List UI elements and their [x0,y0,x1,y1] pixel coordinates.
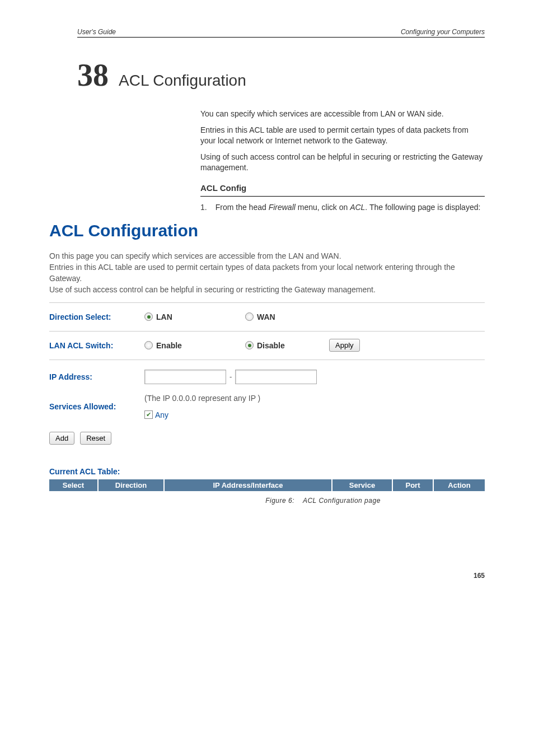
step-1: 1. From the head Firewall menu, click on… [200,202,485,213]
radio-wan-label: WAN [257,312,275,321]
chapter-number: 38 [77,57,109,93]
add-button[interactable]: Add [49,432,74,445]
page-header: User's Guide Configuring your Computers [77,28,485,38]
ip-end-input[interactable] [235,370,317,384]
header-left: User's Guide [77,28,116,36]
page-number: 165 [49,572,485,580]
reset-button[interactable]: Reset [80,432,111,445]
figure-label: Figure 6: [265,497,294,505]
header-right: Configuring your Computers [401,28,485,36]
chapter-title: ACL Configuration [119,72,246,90]
th-action: Action [434,479,485,491]
acl-intro-l2: Entries in this ACL table are used to pe… [49,262,485,284]
intro-p1: You can specify which services are acces… [200,109,485,119]
apply-button[interactable]: Apply [329,339,360,352]
radio-enable[interactable] [144,341,153,349]
radio-disable[interactable] [245,341,254,349]
radio-lan-label: LAN [156,312,172,321]
acl-intro-l1: On this page you can specify which servi… [49,250,485,262]
th-ip: IP Address/Interface [165,479,332,491]
acl-intro-l3: Use of such access control can be helpfu… [49,284,485,295]
lan-acl-switch-row: LAN ACL Switch: Enable Disable Apply [49,331,485,360]
ip-start-input[interactable] [144,370,226,384]
th-service: Service [332,479,393,491]
lan-acl-switch-label: LAN ACL Switch: [49,341,144,350]
services-allowed-label: Services Allowed: [49,402,144,411]
ip-hint: (The IP 0.0.0.0 represent any IP ) [144,394,260,403]
figure-caption: Figure 6: ACL Configuration page [161,497,485,505]
step-text: From the head Firewall menu, click on AC… [216,202,481,213]
step-number: 1. [200,202,207,213]
checkbox-any-label: Any [155,410,168,419]
chapter-heading: 38 ACL Configuration [77,57,485,93]
th-port: Port [393,479,434,491]
section-heading: ACL Config [200,183,485,196]
intro-block: You can specify which services are acces… [200,109,485,213]
checkbox-any[interactable]: ✔ [144,410,153,419]
radio-lan[interactable] [144,312,153,321]
intro-p3: Using of such access control can be help… [200,152,485,173]
th-direction: Direction [99,479,165,491]
radio-disable-label: Disable [257,341,285,350]
ip-address-label: IP Address: [49,372,144,381]
intro-p2: Entries in this ACL table are used to pe… [200,125,485,146]
direction-select-row: Direction Select: LAN WAN [49,302,485,331]
services-allowed-row: Services Allowed: (The IP 0.0.0.0 repres… [49,394,485,419]
current-acl-table-title: Current ACL Table: [49,467,485,476]
figure-text: ACL Configuration page [303,497,381,505]
radio-wan[interactable] [245,312,254,321]
direction-select-label: Direction Select: [49,312,144,321]
acl-intro: On this page you can specify which servi… [49,250,485,296]
acl-config-title: ACL Configuration [49,221,485,240]
acl-table-header: Select Direction IP Address/Interface Se… [49,479,485,491]
th-select: Select [49,479,99,491]
ip-address-row: IP Address: - [49,360,485,394]
ip-range-separator: - [226,372,235,381]
radio-enable-label: Enable [156,341,182,350]
